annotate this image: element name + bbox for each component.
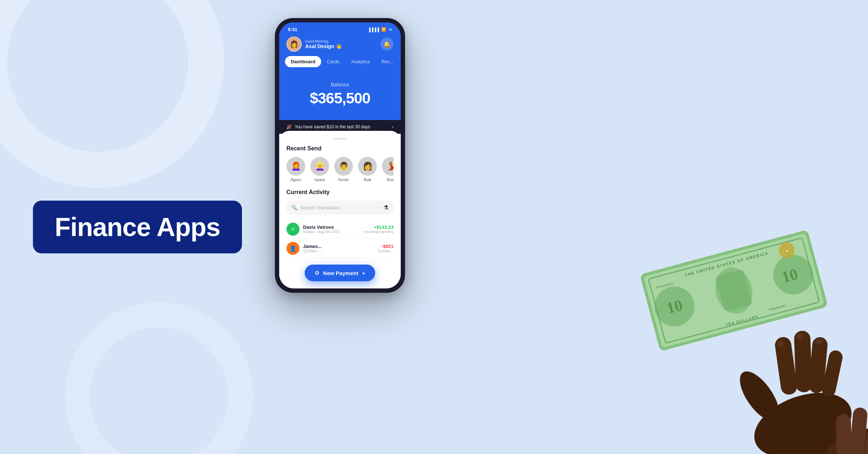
savings-text: 🎉 You have saved $10 in the last 30 days bbox=[286, 124, 370, 129]
transaction-james[interactable]: 👤 James... 12:00pm · ... -$921 Transfer.… bbox=[286, 239, 393, 258]
savings-icon: 🎉 bbox=[286, 124, 292, 129]
trans-left-james: 👤 James... 12:00pm · ... bbox=[286, 242, 323, 255]
transaction-davis[interactable]: + Davis Vetrovs 9:04am · Aug 5th 2023 +$… bbox=[286, 220, 393, 239]
contact-avatar-broto: 💃 bbox=[382, 157, 393, 176]
trans-name-davis: Davis Vetrovs bbox=[303, 224, 340, 230]
trans-date-davis: 9:04am · Aug 5th 2023 bbox=[303, 230, 340, 234]
tab-recent[interactable]: Rec... bbox=[376, 56, 400, 67]
contact-avatar-budi: 👩 bbox=[358, 157, 377, 176]
savings-message: You have saved $10 in the last 30 days bbox=[295, 124, 370, 129]
recent-send-section: Recent Send 👩‍🦰 Agnes 👱‍♀️ Isyana 👨 bbox=[286, 145, 393, 182]
phone-frame: 9:41 ▐▐▐▐ 🛜 ▭ 👩 Good Morning, Asal Desig… bbox=[275, 18, 405, 293]
new-payment-button[interactable]: ⊙ New Payment + bbox=[305, 265, 375, 281]
trans-type-davis: Incoming transfers bbox=[364, 230, 393, 234]
bottom-bar: ⊙ New Payment + bbox=[286, 263, 393, 288]
phone-screen: 9:41 ▐▐▐▐ 🛜 ▭ 👩 Good Morning, Asal Desig… bbox=[279, 22, 401, 288]
activity-section: Current Activity 🔍 Search Transaction ⚗ … bbox=[286, 189, 393, 258]
battery-icon: ▭ bbox=[388, 27, 392, 32]
balance-amount: $365,500 bbox=[286, 90, 393, 107]
trans-date-james: 12:00pm · ... bbox=[303, 249, 323, 253]
trans-icon-davis: + bbox=[286, 223, 299, 236]
contact-name-budi: Budi bbox=[364, 178, 371, 182]
tab-cards[interactable]: Cards bbox=[321, 56, 345, 67]
signal-icon: ▐▐▐▐ bbox=[368, 27, 379, 32]
username: Asal Design 👋 bbox=[305, 43, 342, 49]
trans-icon-james: 👤 bbox=[286, 242, 299, 255]
trans-right-james: -$921 Transfer... bbox=[377, 244, 393, 253]
hand-money-image: 10 10 THE UNITED STATES OF AMERICA TEN D… bbox=[542, 165, 868, 454]
user-info: 👩 Good Morning, Asal Design 👋 bbox=[286, 37, 342, 52]
avatar: 👩 bbox=[286, 37, 302, 52]
nav-tabs: Dashboard Cards Analytics Rec... bbox=[279, 56, 401, 73]
trans-info-james: James... 12:00pm · ... bbox=[303, 244, 323, 253]
savings-arrow-icon: › bbox=[392, 124, 393, 129]
trans-info-davis: Davis Vetrovs 9:04am · Aug 5th 2023 bbox=[303, 224, 340, 234]
search-left: 🔍 Search Transaction bbox=[292, 205, 341, 210]
recent-send-title: Recent Send bbox=[286, 145, 393, 152]
status-bar: 9:41 ▐▐▐▐ 🛜 ▭ bbox=[279, 22, 401, 34]
recent-send-list: 👩‍🦰 Agnes 👱‍♀️ Isyana 👨 Nurdin 👩 bbox=[286, 157, 393, 182]
contact-name-agnes: Agnes bbox=[291, 178, 301, 182]
finance-badge: Finance Apps bbox=[33, 201, 242, 253]
tab-dashboard[interactable]: Dashboard bbox=[285, 56, 321, 67]
trans-left-davis: + Davis Vetrovs 9:04am · Aug 5th 2023 bbox=[286, 223, 340, 236]
trans-amount-james: -$921 bbox=[377, 244, 393, 249]
contact-name-isyana: Isyana bbox=[314, 178, 325, 182]
contact-agnes[interactable]: 👩‍🦰 Agnes bbox=[286, 157, 305, 182]
left-section: Finance Apps bbox=[0, 0, 275, 454]
contact-avatar-agnes: 👩‍🦰 bbox=[286, 157, 305, 176]
contact-budi[interactable]: 👩 Budi bbox=[358, 157, 377, 182]
tab-analytics[interactable]: Analytics bbox=[345, 56, 376, 67]
search-placeholder: Search Transaction bbox=[300, 205, 341, 210]
filter-icon[interactable]: ⚗ bbox=[383, 204, 388, 211]
contact-name-broto: Broto bbox=[387, 178, 393, 182]
user-text: Good Morning, Asal Design 👋 bbox=[305, 39, 342, 49]
search-bar[interactable]: 🔍 Search Transaction ⚗ bbox=[286, 201, 393, 215]
activity-title: Current Activity bbox=[286, 189, 393, 196]
payment-plus-icon: + bbox=[362, 270, 365, 276]
trans-amount-davis: +$143.23 bbox=[364, 224, 393, 230]
balance-section: Balance $365,500 bbox=[279, 73, 401, 120]
wifi-icon: 🛜 bbox=[381, 27, 386, 32]
contact-isyana[interactable]: 👱‍♀️ Isyana bbox=[310, 157, 329, 182]
contact-avatar-isyana: 👱‍♀️ bbox=[310, 157, 329, 176]
greeting: Good Morning, bbox=[305, 39, 342, 43]
avatar-emoji: 👩 bbox=[290, 40, 298, 48]
status-icons: ▐▐▐▐ 🛜 ▭ bbox=[368, 27, 392, 32]
finance-apps-title: Finance Apps bbox=[55, 213, 220, 241]
payment-scan-icon: ⊙ bbox=[315, 270, 319, 276]
phone-mockup: 9:41 ▐▐▐▐ 🛜 ▭ 👩 Good Morning, Asal Desig… bbox=[275, 18, 405, 293]
card-handle bbox=[333, 138, 346, 140]
contact-avatar-nurdin: 👨 bbox=[334, 157, 353, 176]
search-icon: 🔍 bbox=[292, 205, 297, 210]
white-card: Recent Send 👩‍🦰 Agnes 👱‍♀️ Isyana 👨 bbox=[279, 131, 401, 288]
notification-button[interactable]: 🔔 bbox=[380, 38, 393, 51]
new-payment-label: New Payment bbox=[323, 270, 358, 276]
contact-name-nurdin: Nurdin bbox=[338, 178, 349, 182]
trans-type-james: Transfer... bbox=[377, 249, 393, 253]
trans-name-james: James... bbox=[303, 244, 323, 249]
status-time: 9:41 bbox=[288, 27, 297, 32]
contact-broto[interactable]: 💃 Broto bbox=[382, 157, 393, 182]
app-header: 👩 Good Morning, Asal Design 👋 🔔 bbox=[279, 34, 401, 56]
balance-label: Balance bbox=[286, 82, 393, 87]
svg-rect-29 bbox=[835, 414, 852, 454]
trans-right-davis: +$143.23 Incoming transfers bbox=[364, 224, 393, 234]
bell-icon: 🔔 bbox=[383, 41, 391, 48]
contact-nurdin[interactable]: 👨 Nurdin bbox=[334, 157, 353, 182]
